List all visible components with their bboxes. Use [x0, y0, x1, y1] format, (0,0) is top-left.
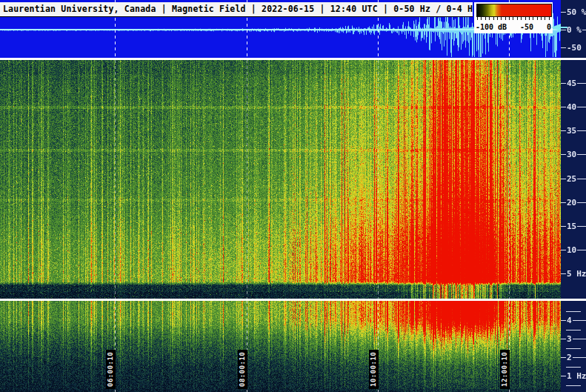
freq-tick-10-label: 10	[566, 245, 577, 255]
amplitude-tick--50-label: -50 %	[566, 43, 586, 53]
time-gridline	[509, 60, 510, 299]
freq-tick-15: 15	[561, 222, 586, 230]
time-gridline	[378, 60, 379, 299]
title-bar: Laurentian University, Canada | Magnetic…	[0, 2, 473, 17]
low-freq-tick-3-label: 3	[566, 334, 573, 344]
low-freq-tick-2-label: 2	[566, 353, 573, 362]
low-freq-tick-1: 1 Hz	[561, 371, 586, 380]
low-freq-minor-tick	[566, 330, 581, 330]
amplitude-tick-0-label: 0 %	[566, 25, 582, 35]
freq-tick-25: 25	[561, 174, 586, 183]
time-label: 10:00:10	[369, 350, 379, 389]
panel-separator-top	[0, 58, 586, 60]
freq-tick-45: 45	[561, 79, 586, 88]
low-freq-tick-4-label: 4	[566, 316, 573, 325]
level-indicator-tail	[561, 27, 567, 28]
amplitude-tick-50: 50 %	[561, 7, 586, 16]
freq-tick-35: 35	[561, 127, 586, 136]
low-freq-tick-3: 3	[561, 334, 586, 343]
freq-tick-40: 40	[561, 103, 586, 112]
level-indicator-arrow	[551, 24, 561, 31]
time-label: 08:00:10	[238, 350, 247, 389]
time-gridline	[247, 60, 247, 299]
colorbar-legend: -100 dB -50 0	[474, 2, 553, 33]
low-freq-minor-tick	[566, 385, 581, 386]
low-freq-tick-4: 4	[561, 316, 586, 325]
freq-tick-30: 30	[561, 150, 586, 159]
colorbar-mid-label: -50	[520, 23, 533, 31]
spectrogram-display: 06:00:1008:00:1010:00:1012:00:10 Laurent…	[0, 0, 586, 392]
amplitude-tick--50: -50 %	[561, 43, 586, 52]
time-gridline	[115, 60, 116, 299]
time-label: 06:00:10	[106, 350, 116, 389]
low-freq-minor-tick	[566, 367, 581, 368]
panel-separator-bottom	[0, 299, 586, 301]
freq-tick-30-label: 30	[566, 150, 577, 159]
page-title: Laurentian University, Canada | Magnetic…	[3, 4, 473, 14]
freq-tick-35-label: 35	[566, 126, 577, 136]
colorbar-labels: -100 dB -50 0	[476, 21, 551, 32]
low-freq-tick-2: 2	[561, 353, 586, 362]
time-label: 12:00:10	[500, 350, 510, 389]
low-freq-tick-1-label: 1 Hz	[566, 371, 586, 381]
freq-tick-45-label: 45	[566, 79, 577, 88]
freq-tick-20: 20	[561, 198, 586, 207]
freq-tick-5-label: 5 Hz	[566, 269, 586, 279]
freq-tick-40-label: 40	[566, 102, 577, 112]
amplitude-tick-50-label: 50 %	[566, 7, 586, 17]
freq-tick-5: 5 Hz	[561, 269, 586, 278]
colorbar-gradient	[476, 4, 552, 17]
freq-tick-10: 10	[561, 245, 586, 254]
freq-tick-15-label: 15	[566, 222, 577, 231]
freq-tick-20-label: 20	[566, 198, 577, 207]
freq-tick-25-label: 25	[566, 174, 577, 184]
low-freq-minor-tick	[566, 348, 581, 349]
colorbar-min-label: -100 dB	[476, 23, 507, 31]
low-freq-minor-tick	[566, 311, 581, 312]
colorbar-ticks	[477, 17, 550, 21]
